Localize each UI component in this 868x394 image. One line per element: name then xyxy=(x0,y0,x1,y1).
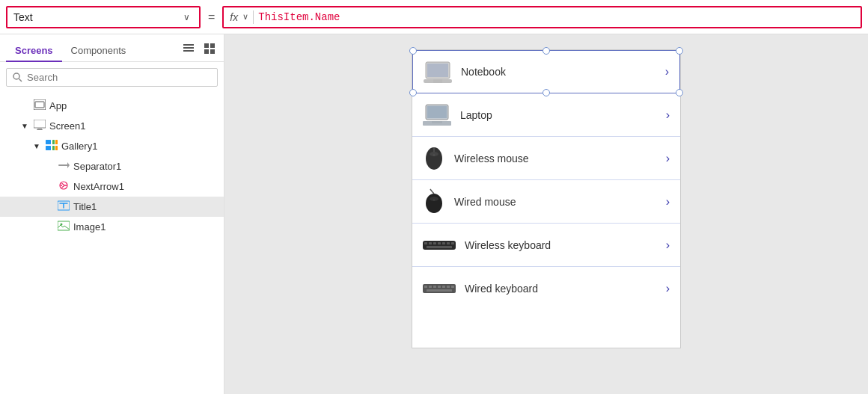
svg-line-8 xyxy=(19,79,22,82)
image1-icon xyxy=(57,221,70,233)
search-icon xyxy=(13,73,22,82)
tab-screens[interactable]: Screens xyxy=(6,40,62,62)
tree-item-gallery1[interactable]: ▼ Gallery1 xyxy=(0,136,224,156)
svg-rect-45 xyxy=(433,242,436,244)
notebook-image xyxy=(424,61,452,83)
svg-rect-35 xyxy=(432,121,442,123)
svg-rect-48 xyxy=(447,242,450,244)
title1-icon xyxy=(57,200,70,213)
gallery1-icon xyxy=(45,140,58,153)
svg-rect-0 xyxy=(183,44,194,46)
svg-rect-5 xyxy=(204,49,209,54)
svg-point-23 xyxy=(61,185,62,186)
gallery-row-laptop[interactable]: Laptop › xyxy=(412,93,680,137)
screen1-icon xyxy=(33,120,46,132)
search-input[interactable] xyxy=(27,72,211,83)
fx-label: fx xyxy=(230,11,238,23)
gallery-row-notebook[interactable]: Notebook › xyxy=(412,50,680,93)
separator1-label: Separator1 xyxy=(73,161,218,172)
svg-rect-15 xyxy=(52,140,55,144)
wireless-mouse-image xyxy=(423,145,445,172)
property-chevron-button[interactable]: ∨ xyxy=(180,10,193,24)
tree-item-nextarrow1[interactable]: NextArrow1 xyxy=(0,176,224,197)
svg-rect-58 xyxy=(451,286,454,288)
tree-item-title1[interactable]: Title1 xyxy=(0,197,224,217)
list-view-button[interactable] xyxy=(180,42,197,58)
gallery-row-wired-mouse[interactable]: Wired mouse › xyxy=(412,180,680,224)
svg-rect-11 xyxy=(34,120,46,128)
left-panel: Screens Components xyxy=(0,34,224,394)
wireless-keyboard-image xyxy=(423,239,456,251)
tree-item-image1[interactable]: Image1 xyxy=(0,217,224,237)
svg-rect-52 xyxy=(424,286,427,288)
gallery1-expand-arrow: ▼ xyxy=(33,142,42,150)
svg-rect-17 xyxy=(46,146,51,150)
svg-rect-59 xyxy=(427,289,452,292)
tree-item-screen1[interactable]: ▼ Screen1 xyxy=(0,116,224,136)
laptop-arrow: › xyxy=(666,108,670,122)
svg-rect-33 xyxy=(427,106,447,118)
wired-mouse-label: Wired mouse xyxy=(454,196,657,208)
handle-tl[interactable] xyxy=(409,47,417,55)
svg-rect-49 xyxy=(451,242,454,244)
svg-rect-3 xyxy=(204,43,209,48)
svg-rect-31 xyxy=(433,79,442,83)
tab-components[interactable]: Components xyxy=(62,40,135,62)
separator1-icon xyxy=(57,160,70,173)
tree-item-separator1[interactable]: Separator1 xyxy=(0,156,224,176)
svg-rect-29 xyxy=(427,64,448,77)
tree-container: App ▼ Screen1 ▼ xyxy=(0,93,224,394)
image1-label: Image1 xyxy=(73,221,218,233)
tab-icons xyxy=(180,42,218,61)
wired-keyboard-image xyxy=(423,283,456,295)
formula-divider xyxy=(253,10,254,24)
tree-item-app[interactable]: App xyxy=(0,96,224,116)
svg-rect-20 xyxy=(58,164,69,166)
property-dropdown[interactable]: Text ∨ xyxy=(6,6,201,28)
nextarrow1-label: NextArrow1 xyxy=(73,181,218,192)
main-layout: Screens Components xyxy=(0,34,868,394)
svg-rect-10 xyxy=(35,102,44,108)
formula-text: ThisItem.Name xyxy=(258,11,340,23)
tabs-row: Screens Components xyxy=(0,34,224,62)
wireless-mouse-arrow: › xyxy=(666,152,670,165)
svg-rect-57 xyxy=(447,286,450,288)
laptop-label: Laptop xyxy=(460,109,657,121)
svg-rect-47 xyxy=(442,242,445,244)
screen1-label: Screen1 xyxy=(49,120,218,132)
svg-rect-42 xyxy=(423,241,456,250)
svg-rect-18 xyxy=(52,146,55,150)
wired-mouse-image xyxy=(423,188,445,215)
formula-bar[interactable]: fx ∨ ThisItem.Name xyxy=(222,6,862,28)
svg-rect-54 xyxy=(433,286,436,288)
grid-view-icon xyxy=(204,43,215,54)
handle-tm[interactable] xyxy=(542,47,550,55)
svg-rect-13 xyxy=(37,129,43,130)
gallery-container: Notebook › Laptop › xyxy=(412,49,681,348)
svg-point-39 xyxy=(426,194,442,213)
search-box[interactable] xyxy=(6,68,218,87)
svg-rect-1 xyxy=(183,47,194,49)
right-canvas: Notebook › Laptop › xyxy=(224,34,868,394)
property-label: Text xyxy=(13,11,177,23)
notebook-label: Notebook xyxy=(461,66,656,78)
equals-sign: = xyxy=(205,10,218,24)
svg-rect-53 xyxy=(429,286,432,288)
svg-marker-21 xyxy=(67,162,70,168)
gallery-row-wired-keyboard[interactable]: Wired keyboard › xyxy=(412,267,680,310)
svg-rect-46 xyxy=(438,242,441,244)
handle-tr[interactable] xyxy=(676,47,683,55)
gallery-row-wireless-mouse[interactable]: Wireless mouse › xyxy=(412,137,680,180)
wired-keyboard-label: Wired keyboard xyxy=(465,283,657,295)
svg-rect-56 xyxy=(442,286,445,288)
nextarrow1-icon xyxy=(57,180,70,193)
gallery-row-wireless-keyboard[interactable]: Wireless keyboard › xyxy=(412,224,680,267)
screen1-expand-arrow: ▼ xyxy=(21,122,30,130)
grid-view-button[interactable] xyxy=(201,42,218,58)
formula-chevron-button[interactable]: ∨ xyxy=(242,12,248,22)
wireless-keyboard-label: Wireless keyboard xyxy=(465,239,657,251)
notebook-arrow: › xyxy=(665,65,669,79)
app-label: App xyxy=(49,100,218,111)
wired-keyboard-arrow: › xyxy=(666,282,670,295)
svg-rect-55 xyxy=(438,286,441,288)
